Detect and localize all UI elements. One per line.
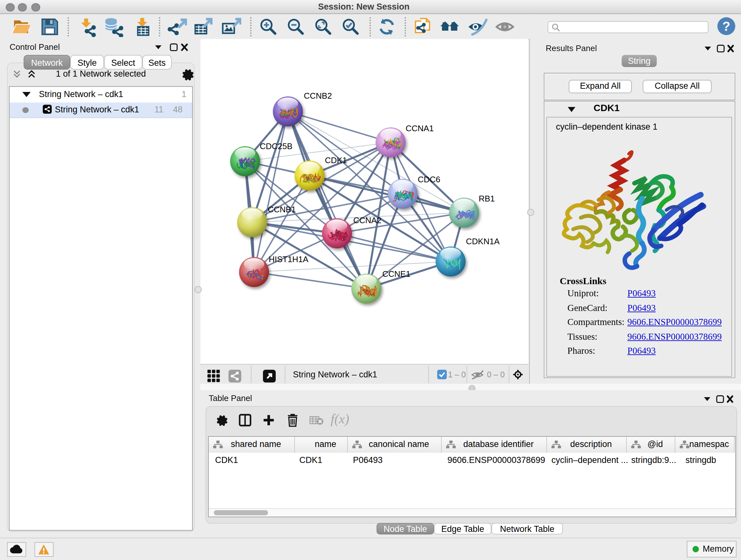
svg-text:RB1: RB1 [479, 194, 495, 203]
svg-text:CCNE1: CCNE1 [382, 269, 410, 279]
svg-text:CCNB1: CCNB1 [268, 205, 296, 214]
svg-text:CDKN1A: CDKN1A [466, 237, 500, 246]
svg-text:CDC6: CDC6 [418, 175, 441, 184]
svg-text:CCNA2: CCNA2 [353, 215, 381, 225]
svg-text:CCNB2: CCNB2 [304, 91, 332, 101]
svg-text:CCNA1: CCNA1 [406, 124, 434, 133]
svg-text:HIST1H1A: HIST1H1A [269, 254, 309, 264]
svg-text:CDC25B: CDC25B [260, 141, 293, 151]
svg-text:CDK1: CDK1 [325, 155, 347, 165]
